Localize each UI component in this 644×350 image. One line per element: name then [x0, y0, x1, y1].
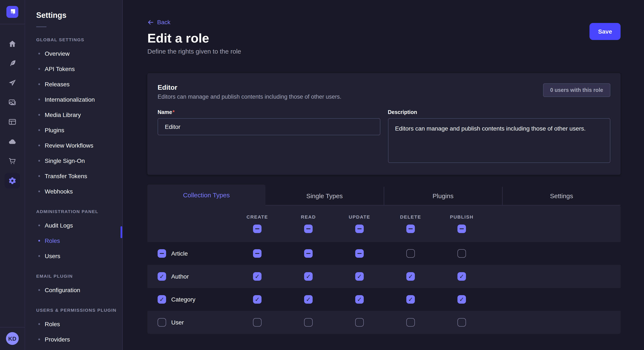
gear-icon: [8, 176, 16, 185]
category-create-checkbox[interactable]: [253, 295, 262, 304]
save-button[interactable]: Save: [590, 23, 620, 40]
permissions-tabs: Collection TypesSingle TypesPluginsSetti…: [147, 184, 620, 205]
sidebar-item-users[interactable]: Users: [25, 248, 122, 264]
nav-item-label: Providers: [45, 336, 70, 343]
bullet-icon: [38, 99, 40, 100]
subnav-scrollbar-thumb[interactable]: [120, 226, 122, 238]
permission-cell: [334, 242, 385, 265]
author-publish-checkbox[interactable]: [458, 272, 466, 281]
sidebar-item-api-tokens[interactable]: API Tokens: [25, 61, 122, 77]
users-with-role-button[interactable]: 0 users with this role: [543, 83, 610, 97]
back-link[interactable]: Back: [147, 19, 170, 25]
user-row-checkbox[interactable]: [158, 318, 166, 327]
category-read-checkbox[interactable]: [304, 295, 313, 304]
sidebar-item-transfer-tokens[interactable]: Transfer Tokens: [25, 169, 122, 184]
article-create-checkbox[interactable]: [253, 249, 262, 258]
column-header-publish: PUBLISH: [436, 205, 487, 242]
strapi-logo[interactable]: [6, 6, 18, 18]
author-delete-checkbox[interactable]: [406, 272, 415, 281]
rail-item-deploy[interactable]: [5, 134, 20, 149]
nav-item-label: Media Library: [45, 111, 81, 118]
sidebar-item-configuration[interactable]: Configuration: [25, 282, 122, 298]
author-read-checkbox[interactable]: [304, 272, 313, 281]
nav-item-label: Plugins: [45, 127, 64, 134]
sidebar-item-roles[interactable]: Roles: [25, 233, 122, 248]
nav-item-label: Roles: [45, 321, 60, 328]
nav-section-label: ADMINISTRATION PANEL: [36, 208, 122, 214]
page-subtitle: Define the rights given to the role: [147, 47, 620, 56]
role-form-fields: Name* Description Editors can manage and…: [158, 109, 610, 165]
sidebar-item-providers[interactable]: Providers: [25, 332, 122, 347]
rail-item-releases[interactable]: [5, 75, 20, 91]
sidebar-item-audit-logs[interactable]: Audit Logs: [25, 218, 122, 233]
sidebar-item-internationalization[interactable]: Internationalization: [25, 92, 122, 107]
user-publish-checkbox[interactable]: [458, 318, 466, 327]
user-read-checkbox[interactable]: [304, 318, 313, 327]
category-row-checkbox[interactable]: [158, 295, 166, 304]
article-update-checkbox[interactable]: [355, 249, 364, 258]
permission-cell: [385, 242, 436, 265]
nav-item-label: Overview: [45, 50, 70, 57]
select-all-delete-checkbox[interactable]: [406, 224, 415, 233]
category-publish-checkbox[interactable]: [458, 295, 466, 304]
sidebar-item-overview[interactable]: Overview: [25, 46, 122, 61]
select-all-publish-checkbox[interactable]: [458, 224, 466, 233]
name-label-text: Name: [158, 109, 172, 115]
article-read-checkbox[interactable]: [304, 249, 313, 258]
user-create-checkbox[interactable]: [253, 318, 262, 327]
nav-section-label: USERS & PERMISSIONS PLUGIN: [36, 307, 122, 313]
permission-cell: [334, 288, 385, 311]
category-update-checkbox[interactable]: [355, 295, 364, 304]
author-row-checkbox[interactable]: [158, 272, 166, 281]
rail-item-media-library[interactable]: [5, 95, 20, 110]
sidebar-item-roles[interactable]: Roles: [25, 316, 122, 332]
author-create-checkbox[interactable]: [253, 272, 262, 281]
sidebar-item-media-library[interactable]: Media Library: [25, 107, 122, 123]
tab-collection-types[interactable]: Collection Types: [147, 184, 266, 205]
category-delete-checkbox[interactable]: [406, 295, 415, 304]
article-publish-checkbox[interactable]: [458, 249, 466, 258]
rail-item-marketplace[interactable]: [5, 154, 20, 169]
tab-settings[interactable]: Settings: [502, 187, 621, 205]
permission-cell: [334, 265, 385, 288]
permission-cell: [283, 311, 334, 334]
rail-item-home[interactable]: [5, 36, 20, 51]
role-description-textarea[interactable]: Editors can manage and publish contents …: [388, 118, 610, 163]
row-lead-cell: User: [147, 311, 232, 334]
sidebar-item-releases[interactable]: Releases: [25, 77, 122, 92]
tab-single-types[interactable]: Single Types: [266, 187, 384, 205]
role-name-input[interactable]: [158, 118, 380, 135]
user-delete-checkbox[interactable]: [406, 318, 415, 327]
permission-cell: [334, 311, 385, 334]
sidebar-item-webhooks[interactable]: Webhooks: [25, 184, 122, 199]
select-all-create-checkbox[interactable]: [253, 224, 262, 233]
bullet-icon: [38, 255, 40, 257]
permission-cell: [385, 288, 436, 311]
description-field-group: Description Editors can manage and publi…: [388, 109, 610, 165]
cloud-icon: [8, 137, 16, 146]
column-label: READ: [301, 214, 316, 219]
permission-cell: [232, 265, 283, 288]
rail-item-settings[interactable]: [5, 173, 20, 188]
article-delete-checkbox[interactable]: [406, 249, 415, 258]
permission-cell: [232, 311, 283, 334]
rail-item-content-manager[interactable]: [5, 56, 20, 71]
sidebar-item-single-sign-on[interactable]: Single Sign-On: [25, 153, 122, 169]
author-update-checkbox[interactable]: [355, 272, 364, 281]
role-description-text: Editors can manage and publish contents …: [158, 93, 342, 100]
column-label: DELETE: [400, 214, 421, 219]
table-row-user: User: [147, 311, 620, 334]
rail-item-content-type-builder[interactable]: [5, 114, 20, 130]
bullet-icon: [38, 53, 40, 54]
user-update-checkbox[interactable]: [355, 318, 364, 327]
bullet-icon: [38, 240, 40, 242]
article-row-checkbox[interactable]: [158, 249, 166, 258]
row-lead-cell: Article: [147, 242, 232, 265]
select-all-update-checkbox[interactable]: [355, 224, 364, 233]
nav-item-label: Webhooks: [45, 188, 73, 195]
sidebar-item-review-workflows[interactable]: Review Workflows: [25, 138, 122, 153]
sidebar-item-plugins[interactable]: Plugins: [25, 123, 122, 138]
select-all-read-checkbox[interactable]: [304, 224, 313, 233]
user-avatar[interactable]: KD: [6, 332, 19, 345]
tab-plugins[interactable]: Plugins: [384, 187, 502, 205]
